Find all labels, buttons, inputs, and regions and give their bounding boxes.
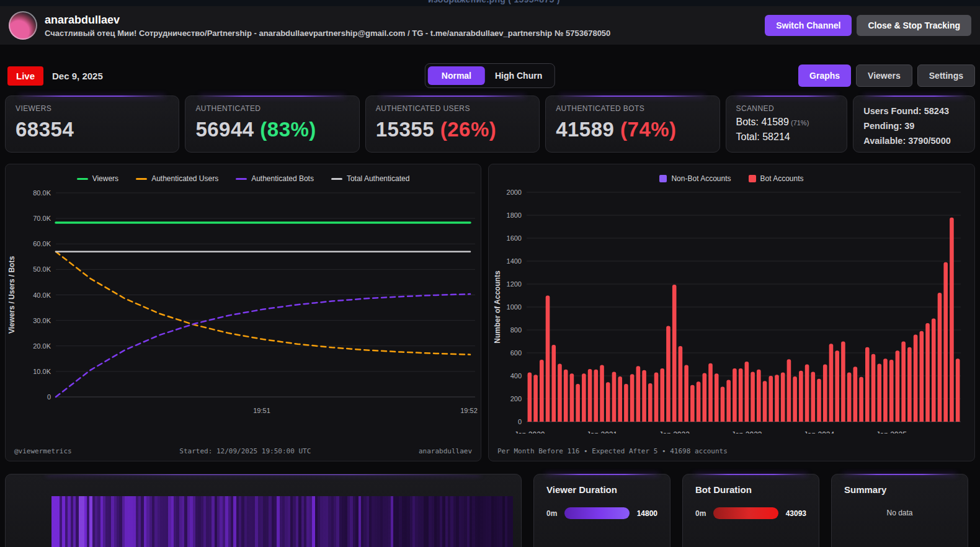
bar-month (679, 346, 683, 422)
legend-swatch (331, 178, 342, 180)
stat-value-authenticated-users: 15355 (26%) (376, 118, 529, 141)
bar-month (914, 334, 918, 422)
bar-month (721, 387, 725, 422)
svg-text:1600: 1600 (507, 234, 522, 242)
legend-label: Non-Bot Accounts (671, 174, 731, 183)
svg-text:50.0K: 50.0K (33, 265, 51, 273)
bar-month (805, 365, 809, 422)
bar-month (690, 385, 695, 422)
stats-row: VIEWERS 68354 AUTHENTICATED 56944 (83%) … (5, 96, 975, 153)
bar-month (823, 365, 827, 422)
settings-tab-button[interactable]: Settings (917, 64, 975, 87)
legend-item-bot-accounts[interactable]: Bot Accounts (749, 174, 804, 183)
legend-item-authenticated-users[interactable]: Authenticated Users (136, 174, 218, 183)
viewers-tab-button[interactable]: Viewers (856, 64, 912, 87)
bar-month (684, 365, 688, 422)
user-info: anarabdullaev Счастливый отец Мии! Сотру… (45, 13, 757, 38)
bar-month (642, 370, 646, 422)
legend-label: Viewers (92, 174, 118, 183)
bar-month (859, 377, 863, 422)
legend-item-total-authenticated[interactable]: Total Authenticated (331, 174, 409, 183)
bar-month (907, 347, 912, 422)
svg-text:Viewers / Users / Bots: Viewers / Users / Bots (7, 256, 16, 334)
stat-label: AUTHENTICATED BOTS (556, 104, 709, 113)
bar-month (871, 354, 876, 422)
stat-label: AUTHENTICATED USERS (376, 104, 529, 113)
svg-text:0: 0 (47, 393, 51, 401)
viewer-duration-min: 0m (546, 509, 557, 518)
summary-card: Summary No data (831, 474, 968, 547)
switch-channel-button[interactable]: Switch Channel (765, 15, 852, 36)
bar-month (697, 381, 701, 422)
toolbar: Live Dec 9, 2025 Normal High Churn Graph… (5, 62, 975, 89)
bot-duration-value: 43093 (786, 509, 806, 518)
legend-item-non-bot-accounts[interactable]: Non-Bot Accounts (659, 174, 731, 183)
svg-text:1400: 1400 (507, 257, 522, 265)
bar-month (600, 365, 604, 422)
svg-text:Jan 2022: Jan 2022 (659, 430, 690, 434)
stat-percent: (74%) (620, 118, 677, 141)
users-found-line: Users Found: 58243 (863, 105, 964, 117)
stat-card-viewers: VIEWERS 68354 (5, 96, 179, 153)
svg-text:80.0K: 80.0K (33, 189, 51, 197)
bar-month (612, 372, 617, 422)
stat-card-authenticated-bots: AUTHENTICATED BOTS 41589 (74%) (545, 96, 719, 153)
bar-month (570, 373, 574, 422)
bar-month (883, 358, 888, 422)
footer-watermark: @viewermetrics (14, 447, 72, 455)
svg-text:2000: 2000 (507, 189, 522, 196)
bot-duration-min: 0m (695, 509, 706, 518)
mode-option-high-churn[interactable]: High Churn (485, 66, 552, 85)
line-chart-legend: ViewersAuthenticated UsersAuthenticated … (6, 174, 481, 183)
summary-empty-text: No data (844, 509, 955, 517)
bar-month (672, 285, 677, 422)
bar-month (793, 376, 797, 422)
bar-month (726, 380, 731, 422)
bar-month (751, 372, 755, 422)
bar-month (932, 319, 936, 422)
line-chart: 010.0K20.0K30.0K40.0K50.0K60.0K70.0K80.0… (6, 185, 481, 427)
legend-swatch (749, 175, 756, 182)
legend-swatch (236, 178, 247, 180)
account-age-heatmap-card (5, 474, 522, 547)
svg-text:1000: 1000 (507, 303, 522, 311)
stat-value-authenticated-bots: 41589 (74%) (556, 118, 709, 141)
svg-text:400: 400 (510, 372, 522, 380)
legend-item-viewers[interactable]: Viewers (77, 174, 118, 183)
bar-month (624, 384, 628, 422)
graphs-tab-button[interactable]: Graphs (798, 64, 851, 87)
stat-percent: (26%) (440, 118, 497, 141)
legend-swatch (77, 178, 88, 180)
svg-text:0: 0 (518, 418, 522, 425)
bar-month (920, 331, 924, 422)
channel-description: Счастливый отец Мии! Сотрудничество/Part… (45, 29, 757, 38)
bar-month (630, 374, 635, 422)
bar-month (564, 370, 568, 422)
bar-month (896, 350, 900, 422)
bar-month (733, 368, 737, 422)
bar-month (708, 363, 713, 422)
bar-month (660, 368, 664, 422)
footer-channel: anarabdullaev (419, 447, 472, 455)
line-chart-footer: @viewermetrics Started: 12/09/2025 19:50… (14, 447, 472, 455)
available-line: Available: 3790/5000 (863, 135, 964, 147)
close-stop-tracking-button[interactable]: Close & Stop Tracking (857, 15, 971, 36)
mode-option-normal[interactable]: Normal (428, 66, 485, 85)
bar-chart-plot: 0200400600800100012001400160018002000Num… (493, 189, 961, 434)
stat-label: SCANNED (736, 104, 837, 113)
bar-month (533, 375, 538, 422)
bot-duration-bar (713, 507, 778, 519)
bar-month (582, 373, 586, 422)
bar-month (889, 360, 894, 422)
viewer-duration-value: 14800 (637, 509, 657, 518)
svg-text:1800: 1800 (507, 211, 522, 219)
svg-text:Jan 2025: Jan 2025 (876, 430, 907, 434)
bar-month (540, 360, 544, 422)
legend-item-authenticated-bots[interactable]: Authenticated Bots (236, 174, 314, 183)
bar-month (829, 344, 834, 422)
viewer-duration-card: Viewer Duration 0m 14800 (533, 474, 670, 547)
svg-text:200: 200 (510, 395, 522, 402)
stat-label: AUTHENTICATED (195, 104, 349, 113)
bar-month (865, 347, 870, 422)
bar-month (745, 362, 749, 422)
